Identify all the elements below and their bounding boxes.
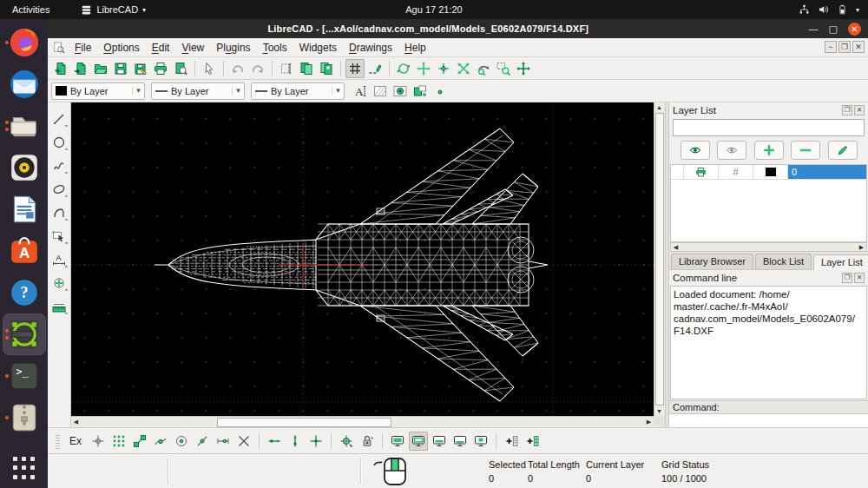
snap-distance-button[interactable] [214,432,233,451]
scroll-up-icon[interactable]: ▲ [654,102,664,112]
dock-item-librecad[interactable] [3,314,45,354]
restrict-orthogonal-button[interactable] [306,432,326,451]
dock-item-libreoffice-writer[interactable] [3,189,45,229]
snap-grid-button[interactable] [109,432,128,451]
save-button[interactable] [111,59,130,78]
horizontal-scroll-thumb[interactable] [217,418,391,427]
layer-filter-input[interactable] [673,119,865,136]
copy-button[interactable] [297,59,316,78]
dimension-tool-button[interactable]: A [49,250,69,269]
snap-endpoint-button[interactable] [130,432,149,451]
snap-middle-button[interactable] [193,432,212,451]
edit-layer-button[interactable] [828,141,858,160]
hatch-tool-button[interactable] [371,82,390,101]
lineweight-combo[interactable]: By Layer▼ [151,82,245,100]
mdi-minimize[interactable]: − [825,41,837,53]
system-menu-caret-icon[interactable]: ▾ [856,6,859,14]
hide-all-layers-button[interactable] [717,141,746,160]
command-input[interactable] [669,414,868,427]
undo-button[interactable] [228,59,247,78]
circle-tool-button[interactable] [49,133,69,152]
snap-intersection-button[interactable] [234,432,253,451]
layer-print-icon[interactable] [684,165,719,179]
view-toggle-1-button[interactable] [388,432,407,451]
close-panel-icon[interactable]: ✕ [854,105,865,115]
zoom-pan-button[interactable] [514,59,533,78]
exclusive-snap-toggle[interactable]: Ex [64,432,87,451]
scroll-down-icon[interactable]: ▼ [654,406,664,416]
minimize-button[interactable]: — [809,24,819,34]
mdi-restore[interactable]: ❐ [838,41,851,53]
ellipse-tool-button[interactable] [49,180,69,199]
dock-item-thunderbird[interactable] [3,64,45,104]
restrict-horizontal-button[interactable] [265,432,284,451]
layer-construction-icon[interactable]: # [719,165,753,179]
tab-block-list[interactable]: Block List [755,254,812,269]
block-tool-button[interactable] [411,82,430,101]
network-icon[interactable] [799,4,810,15]
line-tool-button[interactable] [49,109,69,129]
snapbar-handle[interactable] [56,433,60,449]
dock-item-help[interactable]: ? [3,273,45,313]
volume-icon[interactable] [818,4,829,15]
select-pointer-button[interactable] [200,59,219,78]
remove-layer-button[interactable] [791,141,820,160]
new-from-template-button[interactable] [71,59,90,78]
view-toggle-2-button[interactable] [409,432,428,451]
menu-tools[interactable]: Tools [257,40,293,56]
menu-options[interactable]: Options [97,40,145,56]
linetype-combo[interactable]: By Layer▼ [251,82,345,100]
close-button[interactable]: ✕ [848,23,861,36]
layer-color-swatch[interactable] [753,165,788,179]
mdi-close[interactable]: ✕ [852,41,865,53]
zoom-window-button[interactable] [494,59,513,78]
grid-toggle-button[interactable] [345,59,365,78]
float-command-icon[interactable]: ❐ [842,273,852,283]
menu-view[interactable]: View [175,40,210,56]
close-command-icon[interactable]: ✕ [854,273,865,283]
scroll-right-icon[interactable]: ▶ [644,417,654,426]
dock-item-files[interactable] [3,106,45,146]
measure-tool-button[interactable] [49,297,69,316]
tab-library-browser[interactable]: Library Browser [671,254,753,269]
layer-scroll-right-icon[interactable]: ▶ [857,242,866,252]
canvas-vertical-scrollbar[interactable]: ▲ ▼ [654,102,665,416]
add-command-widget-button[interactable] [502,432,521,451]
command-output[interactable]: Loaded document: /home/master/.cache/.fr… [670,286,867,399]
layer-row[interactable]: # 0 [671,165,866,180]
restore-button[interactable]: ▢ [829,24,838,34]
new-drawing-button[interactable] [51,59,70,78]
layer-list-hscrollbar[interactable]: ◀ ▶ [670,242,867,252]
view-toggle-4-button[interactable] [450,432,470,451]
drawing-canvas[interactable]: ▲ ▼ ◀ ▶ [71,102,665,427]
open-button[interactable] [91,59,110,78]
paste-button[interactable] [317,59,336,78]
layer-name-cell[interactable]: 0 [788,165,866,179]
draft-mode-button[interactable] [365,59,385,78]
canvas-horizontal-scrollbar[interactable]: ◀ ▶ [71,416,654,427]
set-relative-zero-button[interactable] [337,432,356,451]
tab-layer-list[interactable]: Layer List [813,254,868,270]
point-tool-button[interactable] [431,82,450,101]
layer-table[interactable]: # 0 [670,164,867,242]
print-button[interactable] [151,59,170,78]
save-as-button[interactable] [131,59,150,78]
image-insert-button[interactable] [391,82,410,101]
mtext-tool-button[interactable]: A [351,82,370,101]
vertical-scroll-thumb[interactable] [655,113,664,406]
menu-edit[interactable]: Edit [146,40,176,56]
view-toggle-5-button[interactable] [471,432,490,451]
snap-free-button[interactable] [89,432,108,451]
polyline-tool-button[interactable] [49,203,69,222]
dock-item-terminal[interactable]: >_ [3,356,45,396]
title-bar[interactable]: LibreCAD - [...xAoI/cadnav.com_model/Mod… [48,19,868,38]
snap-on-entity-button[interactable] [151,432,170,451]
activities-button[interactable]: Activities [0,4,62,15]
view-toggle-3-button[interactable] [430,432,449,451]
select-tool-button[interactable] [49,227,69,246]
layer-scroll-left-icon[interactable]: ◀ [671,242,681,252]
app-menu-button[interactable]: LibreCAD ▾ [81,4,146,16]
cut-button[interactable] [277,59,296,78]
zoom-redraw-button[interactable] [394,59,413,78]
show-all-layers-button[interactable] [681,141,710,160]
